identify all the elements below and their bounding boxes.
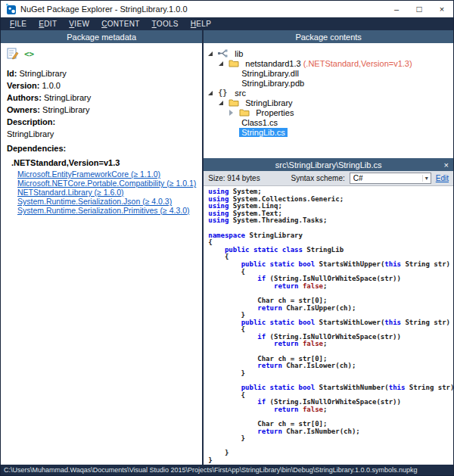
nuget-logo-icon — [5, 3, 17, 14]
syntax-scheme-label: Syntax scheme: — [291, 174, 345, 182]
tree-item-label: netstandard1.3 — [243, 59, 303, 68]
menu-bar: FILEEDITVIEWCONTENTTOOLSHELP — [1, 17, 453, 30]
tree-item-label: lib — [232, 49, 245, 58]
code-line: } — [208, 450, 453, 457]
main-area: Package metadata <> Id: StringLibr — [1, 30, 453, 465]
tree-item-stringlib-cs[interactable]: StringLib.cs — [204, 127, 453, 137]
status-bar: C:\Users\Muhammad.Waqas\Documents\Visual… — [1, 465, 453, 475]
syntax-scheme-value: C# — [353, 174, 363, 182]
dependency-link[interactable]: Microsoft.NETCore.Portable.Compatibility… — [17, 179, 196, 188]
folder-icon — [229, 98, 241, 107]
metadata-toolbar: <> — [7, 48, 196, 60]
dependency-link[interactable]: System.Runtime.Serialization.Json (≥ 4.0… — [17, 198, 196, 206]
code-viewer: using System;using System.Collections.Ge… — [204, 186, 453, 465]
code-line: } — [208, 435, 453, 443]
window-controls: – □ × — [385, 1, 453, 17]
menu-tools[interactable]: TOOLS — [146, 20, 185, 28]
dependency-link[interactable]: NETStandard.Library (≥ 1.6.0) — [17, 188, 196, 197]
tree-expander-icon[interactable] — [219, 101, 229, 105]
code-line: } — [208, 457, 453, 465]
title-bar: NuGet Package Explorer - StringLibrary.1… — [1, 1, 453, 17]
code-line: return false; — [208, 341, 453, 348]
tree-item-stringlibrary-pdb[interactable]: StringLibrary.pdb — [204, 78, 453, 88]
menu-content[interactable]: CONTENT — [95, 20, 145, 28]
braces-icon: {} — [218, 89, 230, 97]
dependency-link[interactable]: System.Runtime.Serialization.Primitives … — [17, 207, 196, 215]
dependency-link[interactable]: Microsoft.EntityFrameworkCore (≥ 1.1.0) — [17, 170, 196, 179]
minimize-button[interactable]: – — [385, 1, 408, 17]
file-viewer-title: src\StringLibrary\StringLib.cs — [275, 160, 382, 170]
file-size-text: Size: 914 bytes — [208, 174, 260, 182]
code-line: } — [208, 370, 453, 378]
syntax-scheme-select[interactable]: C# ▾ — [350, 173, 431, 184]
edit-metadata-icon[interactable] — [7, 48, 19, 60]
edit-raw-xml-icon[interactable]: <> — [24, 49, 34, 59]
metadata-fields: Id: StringLibraryVersion: 1.0.0Authors: … — [7, 69, 196, 115]
tree-expander-icon[interactable] — [219, 61, 229, 66]
chevron-down-icon: ▾ — [422, 175, 431, 182]
maximize-button[interactable]: □ — [408, 1, 431, 17]
branch-icon — [218, 49, 230, 58]
metadata-pane-header: Package metadata — [1, 30, 202, 43]
metadata-body: <> Id: StringLibraryVersion: 1.0.0Author… — [1, 43, 202, 465]
tree-item-label: Class1.cs — [239, 118, 280, 127]
file-viewer-header: src\StringLibrary\StringLib.cs × — [204, 158, 453, 171]
metadata-field-authors: Authors: StringLibrary — [7, 93, 196, 103]
framework-note: (.NETStandard,Version=v1.3) — [303, 59, 412, 68]
menu-view[interactable]: VIEW — [63, 20, 95, 28]
window-title: NuGet Package Explorer - StringLibrary.1… — [20, 5, 385, 14]
package-contents-tree: libnetstandard1.3 (.NETStandard,Version=… — [204, 43, 453, 158]
tree-item-label: StringLibrary.dll — [239, 69, 301, 78]
tree-item-label: Properties — [253, 108, 296, 117]
code-line: public static class StringLib — [208, 247, 453, 254]
menu-help[interactable]: HELP — [185, 20, 217, 28]
dependency-framework-group: .NETStandard,Version=v1.3 — [11, 158, 196, 168]
metadata-field-id: Id: StringLibrary — [7, 69, 196, 79]
tree-expander-icon[interactable] — [229, 110, 239, 116]
dependency-links: Microsoft.EntityFrameworkCore (≥ 1.1.0)M… — [7, 170, 196, 215]
description-label: Description: — [7, 117, 196, 127]
metadata-field-version: Version: 1.0.0 — [7, 81, 196, 91]
edit-file-link[interactable]: Edit — [436, 174, 449, 182]
tree-item-label: StringLibrary — [243, 98, 294, 107]
tree-item-netstandard1-3[interactable]: netstandard1.3 (.NETStandard,Version=v1.… — [204, 58, 453, 68]
metadata-field-owners: Owners: StringLibrary — [7, 105, 196, 115]
tree-item-properties[interactable]: Properties — [204, 107, 453, 117]
code-line: return false; — [208, 283, 453, 291]
code-line: using System.Threading.Tasks; — [208, 217, 453, 225]
app-window: NuGet Package Explorer - StringLibrary.1… — [0, 0, 454, 476]
tree-item-stringlibrary-dll[interactable]: StringLibrary.dll — [204, 68, 453, 78]
package-metadata-pane: Package metadata <> Id: StringLibr — [1, 30, 204, 465]
folder-icon — [239, 108, 251, 117]
tree-item-lib[interactable]: lib — [204, 48, 453, 58]
tree-item-label: StringLibrary.pdb — [239, 79, 306, 88]
code-line: return false; — [208, 406, 453, 414]
package-contents-pane: Package contents libnetstandard1.3 (.NET… — [204, 30, 453, 465]
menu-edit[interactable]: EDIT — [33, 20, 63, 28]
close-button[interactable]: × — [431, 1, 453, 17]
folder-icon — [229, 59, 241, 67]
file-info-bar: Size: 914 bytes Syntax scheme: C# ▾ Edit — [204, 171, 453, 186]
tree-item-stringlibrary[interactable]: StringLibrary — [204, 98, 453, 107]
close-viewer-icon[interactable]: × — [444, 158, 449, 171]
dependencies-label: Dependencies: — [7, 144, 196, 154]
code-line: namespace StringLibrary — [208, 232, 453, 240]
tree-item-label: StringLib.cs — [239, 128, 287, 137]
tree-item-class1-cs[interactable]: Class1.cs — [204, 117, 453, 127]
tree-item-label: src — [232, 89, 248, 98]
menu-file[interactable]: FILE — [4, 20, 33, 28]
description-value: StringLibrary — [7, 129, 196, 139]
tree-expander-icon[interactable] — [208, 91, 218, 95]
tree-item-src[interactable]: {}src — [204, 88, 453, 98]
code-line — [208, 443, 453, 450]
contents-pane-header: Package contents — [204, 30, 453, 43]
tree-expander-icon[interactable] — [208, 51, 218, 56]
